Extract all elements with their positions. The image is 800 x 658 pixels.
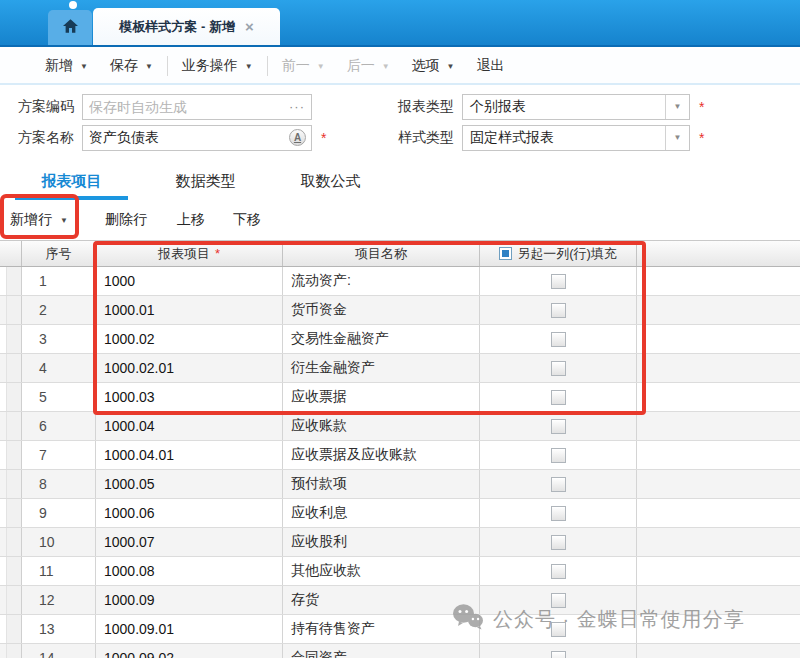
row-selector[interactable]	[6, 383, 22, 411]
fill-checkbox[interactable]	[551, 274, 566, 289]
cell-item-code[interactable]: 1000.04	[96, 412, 283, 440]
tab-report-items[interactable]: 报表项目	[15, 166, 128, 200]
row-filler	[637, 470, 800, 498]
row-selector[interactable]	[6, 644, 22, 658]
select-all-checkbox-icon[interactable]	[499, 247, 512, 260]
lookup-icon[interactable]: ···	[289, 99, 305, 114]
cell-item-name[interactable]: 合同资产	[283, 644, 480, 658]
cell-item-code[interactable]: 1000.02.01	[96, 354, 283, 382]
scheme-name-field[interactable]: A	[82, 125, 312, 151]
table-row: 31000.02交易性金融资产	[0, 325, 800, 354]
cell-fill	[480, 557, 637, 585]
cell-item-name[interactable]: 存货	[283, 586, 480, 614]
row-selector[interactable]	[6, 325, 22, 353]
toolbar-item-5[interactable]: 选项▼	[401, 57, 466, 75]
delete-row-button[interactable]: 删除行	[105, 211, 147, 229]
fill-checkbox[interactable]	[551, 593, 566, 608]
cell-item-code[interactable]: 1000.04.01	[96, 441, 283, 469]
fill-checkbox[interactable]	[551, 303, 566, 318]
cell-item-code[interactable]: 1000.03	[96, 383, 283, 411]
move-down-button[interactable]: 下移	[233, 211, 261, 229]
fill-checkbox[interactable]	[551, 390, 566, 405]
dropdown-button[interactable]: ▼	[665, 95, 689, 119]
home-tab[interactable]	[48, 10, 92, 45]
cell-item-code[interactable]: 1000.09.02	[96, 644, 283, 658]
app-window: 模板样式方案 - 新增 × 新增▼保存▼业务操作▼前一▼后一▼选项▼退出 方案编…	[0, 0, 800, 658]
header-item-name[interactable]: 项目名称	[283, 241, 480, 266]
row-selector[interactable]	[6, 586, 22, 614]
header-gutter	[0, 241, 22, 266]
cell-item-code[interactable]: 1000.09.01	[96, 615, 283, 643]
multilang-a-icon[interactable]: A	[289, 129, 306, 146]
header-filler	[637, 241, 800, 266]
fill-checkbox[interactable]	[551, 622, 566, 637]
close-tab-icon[interactable]: ×	[245, 19, 254, 34]
cell-item-name[interactable]: 衍生金融资产	[283, 354, 480, 382]
fill-checkbox[interactable]	[551, 419, 566, 434]
dropdown-button[interactable]: ▼	[665, 126, 689, 150]
fill-checkbox[interactable]	[551, 332, 566, 347]
toolbar-item-6[interactable]: 退出	[466, 57, 516, 75]
cell-item-code[interactable]: 1000.05	[96, 470, 283, 498]
cell-item-name[interactable]: 应收票据及应收账款	[283, 441, 480, 469]
row-selector[interactable]	[6, 296, 22, 324]
tab-data-type[interactable]: 数据类型	[158, 166, 253, 200]
cell-item-code[interactable]: 1000	[96, 267, 283, 295]
fill-checkbox[interactable]	[551, 477, 566, 492]
cell-item-name[interactable]: 流动资产:	[283, 267, 480, 295]
fill-checkbox[interactable]	[551, 448, 566, 463]
fill-checkbox[interactable]	[551, 651, 566, 658]
move-up-button[interactable]: 上移	[177, 211, 205, 229]
row-selector[interactable]	[6, 470, 22, 498]
row-selector[interactable]	[6, 499, 22, 527]
scheme-code-field[interactable]: ···	[82, 94, 312, 120]
cell-fill	[480, 383, 637, 411]
fill-checkbox[interactable]	[551, 506, 566, 521]
row-selector[interactable]	[6, 528, 22, 556]
toolbar-item-1[interactable]: 保存▼	[99, 57, 164, 75]
cell-item-name[interactable]: 应收股利	[283, 528, 480, 556]
cell-item-name[interactable]: 应收利息	[283, 499, 480, 527]
scheme-code-input[interactable]	[83, 96, 261, 118]
report-type-select[interactable]: 个别报表 ▼	[462, 94, 690, 120]
toolbar-item-0[interactable]: 新增▼	[34, 57, 99, 75]
cell-item-code[interactable]: 1000.06	[96, 499, 283, 527]
cell-item-code[interactable]: 1000.07	[96, 528, 283, 556]
header-fill[interactable]: 另起一列(行)填充	[480, 241, 637, 266]
toolbar-item-2[interactable]: 业务操作▼	[171, 57, 264, 75]
cell-item-name[interactable]: 应收票据	[283, 383, 480, 411]
cell-item-name[interactable]: 交易性金融资产	[283, 325, 480, 353]
add-row-button[interactable]: 新增行 ▼	[10, 211, 68, 229]
row-selector[interactable]	[6, 267, 22, 295]
cell-item-name[interactable]: 预付款项	[283, 470, 480, 498]
cell-item-name[interactable]: 其他应收款	[283, 557, 480, 585]
cell-item-code[interactable]: 1000.09	[96, 586, 283, 614]
row-selector[interactable]	[6, 354, 22, 382]
active-document-tab[interactable]: 模板样式方案 - 新增 ×	[93, 8, 280, 45]
cell-item-name[interactable]: 应收账款	[283, 412, 480, 440]
fill-checkbox[interactable]	[551, 361, 566, 376]
row-selector[interactable]	[6, 557, 22, 585]
cell-item-code[interactable]: 1000.08	[96, 557, 283, 585]
required-asterisk: *	[321, 130, 326, 146]
row-selector[interactable]	[6, 441, 22, 469]
tab-fetch-formula[interactable]: 取数公式	[283, 166, 378, 200]
toolbar-item-4: 后一▼	[336, 57, 401, 75]
cell-item-name[interactable]: 持有待售资产	[283, 615, 480, 643]
cell-item-code[interactable]: 1000.02	[96, 325, 283, 353]
fill-checkbox[interactable]	[551, 564, 566, 579]
scheme-name-input[interactable]	[83, 127, 261, 149]
cell-item-code[interactable]: 1000.01	[96, 296, 283, 324]
report-items-grid: 序号 报表项目 * 项目名称 另起一列(行)填充 11000流动资产:21000…	[0, 240, 800, 658]
cell-seq: 10	[22, 528, 96, 556]
style-type-label: 样式类型	[392, 129, 454, 147]
form-area: 方案编码 ··· 方案名称 A * 报表类型 个别报表 ▼ * 样式类型	[0, 85, 800, 160]
cell-item-name[interactable]: 货币资金	[283, 296, 480, 324]
toolbar-item-label: 后一	[347, 57, 375, 75]
row-selector[interactable]	[6, 615, 22, 643]
row-selector[interactable]	[6, 412, 22, 440]
cell-fill	[480, 354, 637, 382]
style-type-select[interactable]: 固定样式报表 ▼	[462, 125, 690, 151]
fill-checkbox[interactable]	[551, 535, 566, 550]
header-item-code[interactable]: 报表项目 *	[96, 241, 283, 266]
